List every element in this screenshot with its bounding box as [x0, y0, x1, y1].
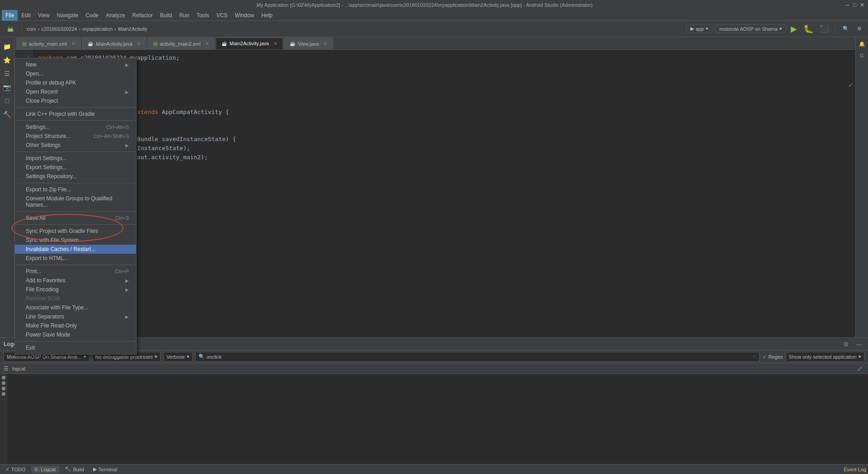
menu-sep-8: [15, 341, 136, 341]
menu-entry-sync-filesystem[interactable]: Sync with File System: [15, 236, 136, 245]
menu-entry-close-project[interactable]: Close Project: [15, 96, 136, 105]
editor-content[interactable]: package com.c201801020224.myapplication;…: [33, 50, 855, 337]
menu-entry-profile-debug[interactable]: Profile or debug APK: [15, 78, 136, 87]
logcat-content[interactable]: [0, 374, 868, 464]
menu-entry-power-save[interactable]: Power Save Mode: [15, 330, 136, 339]
tab-terminal[interactable]: ▶ Terminal: [90, 465, 121, 473]
tab-activity-main2-xml[interactable]: ▤ activity_main2.xml ✕: [147, 38, 215, 49]
logcat-search-field[interactable]: 🔍 onclick ✕: [195, 352, 760, 362]
menu-entry-convert-module[interactable]: Convert Module Groups to Qualified Names…: [15, 194, 136, 209]
tab-close-icon[interactable]: ✕: [137, 41, 141, 46]
regex-checkbox-container[interactable]: ✓ Regex: [762, 354, 783, 360]
menu-file[interactable]: File: [2, 10, 18, 21]
menu-entry-export-zip[interactable]: Export to Zip File...: [15, 185, 136, 194]
toolbar-android-icon[interactable]: [4, 24, 17, 34]
menu-entry-open[interactable]: Open...: [15, 69, 136, 78]
logcat-num: 6:: [35, 467, 39, 472]
tab-close-icon[interactable]: ✕: [71, 41, 75, 46]
close-button[interactable]: ✕: [860, 2, 864, 8]
tab-activity-main-xml[interactable]: ▤ activity_main.xml ✕: [16, 38, 81, 49]
sidebar-project-icon[interactable]: 📁: [1, 41, 13, 52]
search-value: onclick: [207, 354, 222, 360]
run-config-dropdown[interactable]: ▶ app ▾: [686, 24, 712, 33]
stop-button[interactable]: ⬛: [818, 24, 830, 33]
menu-build[interactable]: Build: [156, 10, 176, 21]
tab-main2activity-java[interactable]: ☕ Main2Activity.java ✕: [216, 38, 283, 49]
sidebar-captures-icon[interactable]: 📷: [1, 81, 13, 93]
menu-tools[interactable]: Tools: [193, 10, 213, 21]
show-only-dropdown[interactable]: Show only selected application ▾: [786, 352, 864, 362]
logcat-expand-icon[interactable]: ⤢: [855, 365, 864, 372]
menu-entry-other-settings[interactable]: Other Settings ▶: [15, 141, 136, 150]
menu-entry-settings-repo[interactable]: Settings Repository...: [15, 172, 136, 181]
menu-navigate[interactable]: Navigate: [53, 10, 82, 21]
menu-view[interactable]: View: [34, 10, 53, 21]
menu-entry-line-separators[interactable]: Line Separators ▶: [15, 312, 136, 321]
sidebar-structure-icon[interactable]: ☰: [1, 68, 13, 80]
tab-close-icon[interactable]: ✕: [205, 41, 209, 46]
menu-entry-save-all[interactable]: Save All Ctrl+S: [15, 213, 136, 223]
logcat-tab-bar: ☰ logcat ⤢: [0, 363, 868, 374]
breadcrumb-pkg[interactable]: c201801020224: [41, 26, 77, 32]
menu-edit[interactable]: Edit: [18, 10, 34, 21]
sidebar-favorites-icon[interactable]: ⭐: [1, 54, 13, 66]
process-selector-label: No debuggable processes: [95, 354, 153, 360]
tab-close-icon[interactable]: ✕: [323, 41, 327, 46]
clear-search-icon[interactable]: ✕: [752, 354, 756, 360]
menu-refactor[interactable]: Refactor: [129, 10, 156, 21]
menu-help[interactable]: Help: [258, 10, 276, 21]
gradle-icon[interactable]: G: [857, 51, 867, 61]
event-log-link[interactable]: Event Log: [844, 467, 866, 472]
device-dropdown[interactable]: motorola AOSP on Shama ▾: [715, 24, 786, 33]
search-everywhere-button[interactable]: 🔍: [840, 25, 852, 33]
debug-button[interactable]: 🐛: [802, 24, 815, 34]
code-line-9: @Override: [38, 126, 850, 135]
menu-entry-open-recent[interactable]: Open Recent ▶: [15, 87, 136, 96]
breadcrumb-class[interactable]: Main2Activity: [118, 26, 147, 32]
menu-entry-export-settings[interactable]: Export Settings...: [15, 163, 136, 172]
tab-close-icon[interactable]: ✕: [274, 41, 277, 46]
menu-analyze[interactable]: Analyze: [102, 10, 129, 21]
level-selector-dropdown[interactable]: Verbose ▾: [163, 352, 192, 362]
minimize-button[interactable]: ─: [845, 2, 849, 8]
run-button[interactable]: ▶: [789, 24, 799, 34]
menu-entry-settings[interactable]: Settings... Ctrl+Alt+S: [15, 123, 136, 132]
tab-todo[interactable]: ✓ TODO: [2, 465, 29, 473]
menu-entry-sync-gradle[interactable]: Sync Project with Gradle Files: [15, 227, 136, 236]
code-line-13: }: [38, 162, 850, 171]
menu-entry-import-settings[interactable]: Import Settings...: [15, 154, 136, 163]
menu-entry-exit[interactable]: Exit: [15, 343, 136, 352]
logcat-tab[interactable]: logcat: [9, 365, 29, 372]
menu-entry-print[interactable]: Print... Ctrl+P: [15, 267, 136, 276]
menu-entry-new[interactable]: New ▶: [15, 60, 136, 69]
panel-close-icon[interactable]: —: [854, 341, 864, 348]
menu-entry-export-html[interactable]: Export to HTML...: [15, 254, 136, 263]
menu-window[interactable]: Window: [231, 10, 258, 21]
breadcrumb-com[interactable]: com: [27, 26, 36, 32]
menu-entry-file-encoding[interactable]: File Encoding ▶: [15, 285, 136, 294]
settings-button[interactable]: ⚙: [854, 25, 864, 33]
tab-logcat[interactable]: 6: Logcat: [31, 466, 60, 473]
breadcrumb-myapp[interactable]: myapplication: [82, 26, 113, 32]
notifications-icon[interactable]: 🔔: [857, 39, 867, 49]
tab-view-java[interactable]: ☕ View.java ✕: [284, 38, 333, 49]
todo-label: TODO: [11, 467, 26, 472]
tab-mainactivity-java[interactable]: ☕ MainActivity.java ✕: [82, 38, 146, 49]
menu-vcs[interactable]: VCS: [213, 10, 231, 21]
menu-entry-link-cpp[interactable]: Link C++ Project with Gradle: [15, 109, 136, 118]
menu-entry-invalidate-caches[interactable]: Invalidate Caches / Restart...: [15, 245, 136, 254]
editor-area: 12345 678910 1112131415 package com.c201…: [14, 50, 855, 337]
menu-code[interactable]: Code: [82, 10, 102, 21]
maximize-button[interactable]: □: [853, 2, 856, 8]
sidebar-build-icon[interactable]: 🔨: [1, 109, 13, 120]
menu-entry-make-read-only[interactable]: Make File Read-Only: [15, 321, 136, 330]
panel-settings-icon[interactable]: ⚙: [841, 341, 851, 348]
tab-build[interactable]: 🔨 Build: [61, 465, 87, 473]
logcat-label: Logcat: [41, 467, 56, 472]
menu-run[interactable]: Run: [176, 10, 193, 21]
menu-entry-associate-file-type[interactable]: Associate with File Type...: [15, 303, 136, 312]
menu-entry-add-favorites[interactable]: Add to Favorites ▶: [15, 276, 136, 285]
sidebar-layout-icon[interactable]: □: [1, 95, 13, 107]
logcat-log-area[interactable]: [7, 374, 868, 464]
menu-entry-project-structure[interactable]: Project Structure... Ctrl+Alt+Shift+S: [15, 132, 136, 141]
